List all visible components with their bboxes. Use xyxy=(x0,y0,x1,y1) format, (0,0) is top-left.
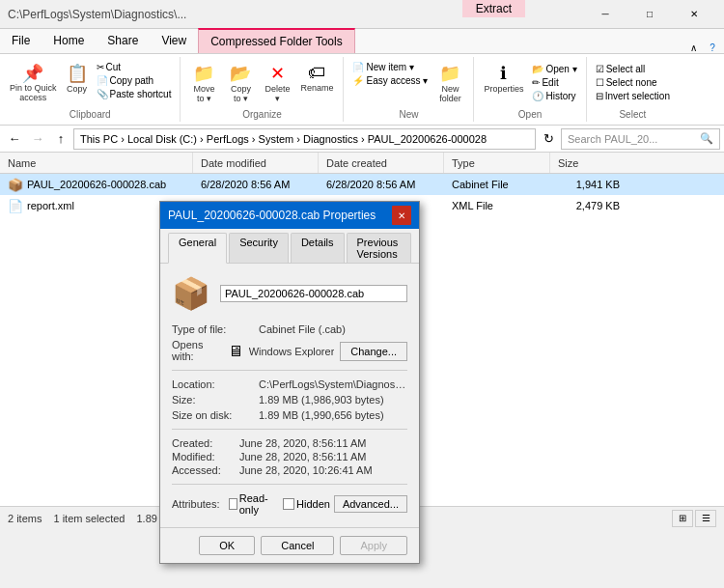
created-row: Created: June 28, 2020, 8:56:11 AM xyxy=(172,437,407,449)
type-value: Cabinet File (.cab) xyxy=(259,323,407,335)
accessed-label: Accessed: xyxy=(172,464,239,476)
dialog-tabs: General Security Details Previous Versio… xyxy=(160,229,419,264)
modified-value: June 28, 2020, 8:56:11 AM xyxy=(239,451,367,462)
size-value: 1.89 MB (1,986,903 bytes) xyxy=(259,394,407,406)
modified-row: Modified: June 28, 2020, 8:56:11 AM xyxy=(172,451,407,462)
dialog-icon-row: 📦 xyxy=(172,275,407,312)
disk-row: Size on disk: 1.89 MB (1,990,656 bytes) xyxy=(172,409,407,421)
size-label: Size: xyxy=(172,394,259,406)
created-label: Created: xyxy=(172,437,239,449)
attributes-label: Attributes: xyxy=(172,498,225,510)
hidden-checkbox[interactable] xyxy=(283,498,294,510)
divider-1 xyxy=(172,370,407,371)
advanced-button[interactable]: Advanced... xyxy=(334,495,407,513)
opens-with-row: 🖥 Windows Explorer Change... xyxy=(228,342,407,361)
apply-button[interactable]: Apply xyxy=(340,536,407,555)
tab-details[interactable]: Details xyxy=(291,233,345,263)
divider-3 xyxy=(172,484,407,485)
disk-label: Size on disk: xyxy=(172,409,259,421)
ok-button[interactable]: OK xyxy=(199,536,255,555)
divider-2 xyxy=(172,429,407,430)
hidden-checkbox-group: Hidden xyxy=(283,498,330,510)
tab-security[interactable]: Security xyxy=(229,233,289,263)
dialog-file-icon: 📦 xyxy=(172,275,210,312)
dialog-footer: OK Cancel Apply xyxy=(160,527,419,563)
opens-label: Opens with: xyxy=(172,339,228,362)
properties-dialog: PAUL_20200626-000028.cab Properties ✕ Ge… xyxy=(159,201,420,564)
dialog-title-bar: PAUL_20200626-000028.cab Properties ✕ xyxy=(160,202,419,229)
modified-label: Modified: xyxy=(172,451,239,462)
disk-value: 1.89 MB (1,990,656 bytes) xyxy=(259,409,407,421)
change-button[interactable]: Change... xyxy=(340,342,407,361)
readonly-checkbox-group: Read-only xyxy=(229,492,271,516)
attributes-row: Attributes: Read-only Hidden Advanced... xyxy=(172,492,407,516)
location-row: Location: C:\PerfLogs\System\Diagnostics… xyxy=(172,378,407,390)
dialog-overlay: PAUL_20200626-000028.cab Properties ✕ Ge… xyxy=(0,0,724,588)
accessed-row: Accessed: June 28, 2020, 10:26:41 AM xyxy=(172,464,407,476)
opens-row: Opens with: 🖥 Windows Explorer Change... xyxy=(172,339,407,362)
size-row: Size: 1.89 MB (1,986,903 bytes) xyxy=(172,394,407,406)
type-row: Type of file: Cabinet File (.cab) xyxy=(172,323,407,335)
created-value: June 28, 2020, 8:56:11 AM xyxy=(239,437,367,449)
readonly-checkbox[interactable] xyxy=(229,498,237,510)
location-value: C:\PerfLogs\System\Diagnostics\PAUL_2020… xyxy=(259,378,407,390)
type-label: Type of file: xyxy=(172,323,259,335)
explorer-icon: 🖥 xyxy=(228,343,243,360)
dialog-title-text: PAUL_20200626-000028.cab Properties xyxy=(168,209,376,222)
tab-previous-versions[interactable]: Previous Versions xyxy=(347,233,411,263)
filename-input[interactable] xyxy=(220,285,407,302)
location-label: Location: xyxy=(172,378,259,390)
opens-value: Windows Explorer xyxy=(249,346,335,357)
accessed-value: June 28, 2020, 10:26:41 AM xyxy=(239,464,373,476)
tab-general[interactable]: General xyxy=(168,233,227,264)
cancel-button[interactable]: Cancel xyxy=(261,536,334,555)
readonly-label: Read-only xyxy=(239,492,271,516)
dialog-close-button[interactable]: ✕ xyxy=(392,206,411,225)
hidden-label: Hidden xyxy=(296,498,330,510)
dialog-body: 📦 Type of file: Cabinet File (.cab) Open… xyxy=(160,264,419,527)
